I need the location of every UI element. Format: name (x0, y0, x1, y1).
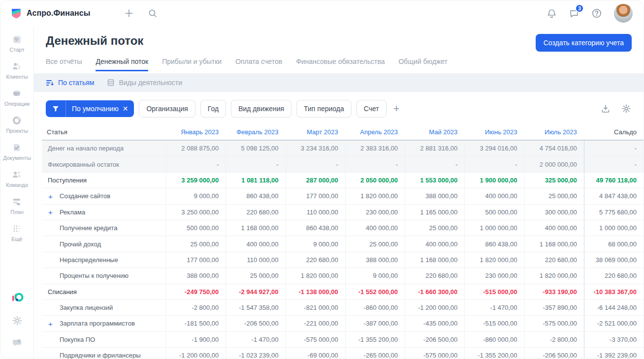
cell: -1 660 300,00 (405, 284, 464, 299)
sidebar-item-team[interactable]: Команда (3, 169, 31, 188)
cell: 38 069 000,00 (584, 252, 644, 268)
cell: 230 000,00 (345, 205, 405, 220)
view-tab-0[interactable]: По статьям (46, 79, 94, 87)
column-header-5[interactable]: Май 2023 (405, 124, 464, 140)
cell: -206 500,00 (524, 348, 584, 359)
cell: -2 944 927,00 (225, 284, 285, 299)
clear-filter-icon[interactable]: ✕ (122, 100, 134, 117)
notifications-bell-icon[interactable] (546, 8, 557, 19)
row-label: Прочий доход (42, 236, 166, 251)
database-icon (107, 79, 115, 87)
support-chat-icon[interactable] (11, 337, 23, 349)
filter-chips: ОрганизацияГодВид движенияТип периодаСче… (139, 100, 386, 118)
cell: 1 168 000,00 (225, 220, 285, 236)
cell: -1 355 200,00 (345, 332, 405, 347)
sidebar-item-operations[interactable]: Операции (3, 88, 31, 107)
cell: -1 470,00 (464, 300, 524, 315)
cell: 9 000,00 (345, 268, 405, 283)
brand[interactable]: Аспро.Финансы (10, 7, 90, 19)
cell: 220 680,00 (524, 252, 584, 268)
row-label-text: Прочий доход (60, 240, 101, 248)
row-label-text: Проценты к получению (60, 272, 129, 279)
app-logo-icon (10, 7, 22, 19)
cell: - (225, 156, 285, 172)
cell: 400 000,00 (524, 220, 584, 236)
column-header-1[interactable]: Январь 2023 (166, 124, 225, 140)
messages-icon[interactable]: 3 (569, 8, 580, 19)
cell: 177 000,00 (286, 188, 345, 204)
row-label-text: Зарплата программистов (60, 320, 135, 327)
brand-name: Аспро.Финансы (27, 9, 90, 18)
table-row: Покупка ПО-1 900,00-1 470,00-575 000,00-… (42, 332, 644, 348)
cell: 1 553 000,00 (405, 173, 464, 188)
row-label-text: Поступления (48, 177, 87, 184)
table-actions (600, 103, 632, 114)
create-category-button[interactable]: Создать категорию учета (536, 34, 632, 52)
sidebar-item-projects[interactable]: Проекты (3, 115, 31, 134)
tab-4[interactable]: Финансовые обязательства (296, 58, 385, 71)
column-header-4[interactable]: Апрель 2023 (345, 124, 405, 140)
cell: 220 680,00 (405, 268, 464, 283)
cell: 25 000,00 (345, 236, 405, 251)
filter-chip-2[interactable]: Вид движения (231, 100, 291, 118)
cell: - (166, 156, 225, 172)
column-header-3[interactable]: Март 2023 (286, 124, 345, 140)
column-header-2[interactable]: Февраль 2023 (225, 124, 285, 140)
cell: 5 775 680,00 (584, 205, 644, 220)
expand-plus-icon[interactable]: + (48, 320, 53, 327)
sidebar-item-more[interactable]: Ещё (3, 223, 31, 242)
cell: 860 438,00 (225, 188, 285, 204)
cell: -860 000,00 (464, 332, 524, 347)
tab-1[interactable]: Денежный поток (96, 58, 148, 71)
sidebar-item-documents[interactable]: Документы (3, 142, 31, 161)
cell: - (464, 156, 524, 172)
table-row: Денег на начало периода2 088 875,005 098… (42, 141, 644, 156)
sidebar-item-label: Клиенты (6, 74, 28, 80)
tab-5[interactable]: Общий бюджет (398, 58, 447, 71)
help-icon[interactable] (591, 8, 602, 19)
cell: 1 820 000,00 (345, 188, 405, 204)
cell: 300 000,00 (524, 205, 584, 220)
filter-chip-3[interactable]: Тип периода (296, 100, 352, 118)
cashflow-table: СтатьяЯнварь 2023Февраль 2023Март 2023Ап… (42, 124, 644, 359)
cell: 1 900 000,00 (464, 173, 524, 188)
download-icon[interactable] (600, 103, 611, 114)
cell: 500 000,00 (166, 220, 225, 236)
add-filter-icon[interactable]: + (391, 103, 402, 114)
tab-3[interactable]: Оплата счетов (235, 58, 282, 71)
cell: 25 000,00 (225, 268, 285, 283)
cell: 2 050 000,00 (345, 173, 405, 188)
tab-0[interactable]: Все отчёты (46, 58, 82, 71)
page-head: Денежный поток Создать категорию учета (34, 26, 644, 52)
table-settings-gear-icon[interactable] (621, 103, 632, 114)
column-header-6[interactable]: Июнь 2023 (464, 124, 524, 140)
funnel-icon (46, 100, 65, 117)
view-tab-1[interactable]: Виды деятельности (107, 79, 182, 87)
active-filter-button[interactable]: По умолчанию ✕ (46, 100, 134, 117)
cell: -1 552 000,00 (345, 284, 405, 299)
row-label: Нераспределенные (42, 252, 166, 268)
view-tab-label: Виды деятельности (119, 79, 182, 87)
settings-gear-icon[interactable] (12, 315, 23, 326)
column-header-7[interactable]: Июль 2023 (524, 124, 584, 140)
user-avatar[interactable] (614, 4, 633, 23)
filter-chip-1[interactable]: Год (200, 100, 226, 118)
filter-chip-4[interactable]: Счет (356, 100, 386, 118)
tab-2[interactable]: Прибыли и убытки (162, 58, 222, 71)
cell: 25 000,00 (405, 220, 464, 236)
sidebar-item-start[interactable]: Старт (3, 34, 31, 53)
sidebar-item-plan[interactable]: План (3, 196, 31, 215)
product-logo-icon[interactable] (11, 292, 24, 304)
expand-plus-icon[interactable]: + (48, 192, 53, 200)
search-icon[interactable] (147, 8, 158, 19)
cell: 3 294 016,00 (464, 141, 524, 156)
cell: - (584, 141, 644, 156)
cell: 68 000,00 (584, 236, 644, 251)
sidebar-item-clients[interactable]: Клиенты (3, 61, 31, 80)
cell: 287 000,00 (286, 173, 345, 188)
add-icon[interactable] (124, 8, 134, 19)
filter-chip-0[interactable]: Организация (139, 100, 195, 118)
cell: 4 754 016,00 (524, 141, 584, 156)
row-label-text: Фиксированный остаток (48, 161, 119, 168)
expand-plus-icon[interactable]: + (48, 209, 53, 216)
